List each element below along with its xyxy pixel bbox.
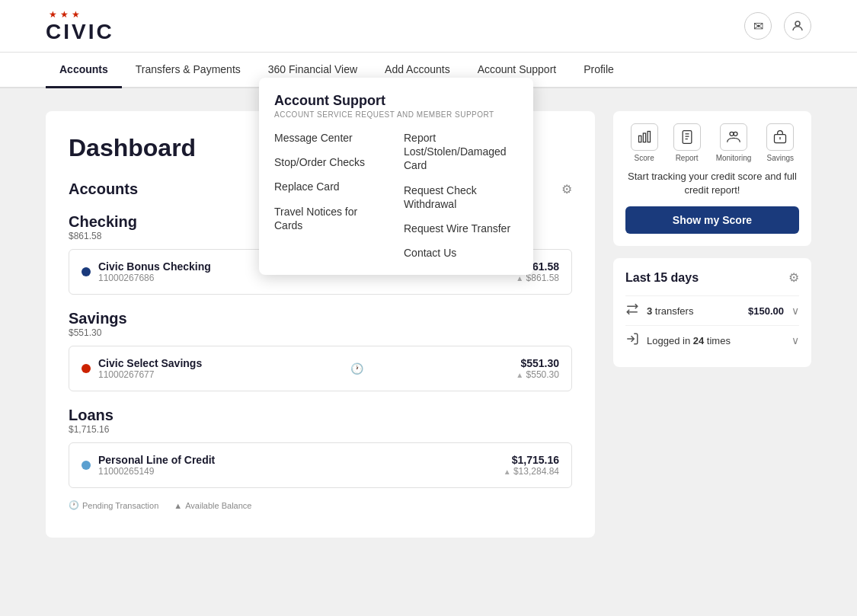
- checking-name: Civic Bonus Checking: [98, 260, 211, 273]
- nav-item-accounts[interactable]: Accounts: [46, 53, 122, 88]
- checking-number: 11000267686: [98, 273, 211, 283]
- accounts-settings-icon[interactable]: ⚙: [561, 182, 572, 196]
- loans-info: Personal Line of Credit 11000265149: [98, 454, 215, 477]
- savings-number: 11000267677: [98, 369, 202, 380]
- loans-section: Loans $1,715.16 Personal Line of Credit …: [69, 407, 572, 488]
- credit-icons: Score Report Monit: [625, 123, 799, 162]
- loans-dot: [82, 461, 91, 470]
- show-score-button[interactable]: Show my Score: [625, 206, 799, 234]
- logo: ★ ★ ★ CIVIC: [46, 9, 114, 43]
- svg-point-8: [730, 132, 734, 136]
- logo-text: CIVIC: [46, 21, 114, 43]
- transfers-chevron[interactable]: ∨: [791, 305, 799, 317]
- monitoring-icon-item: Monitoring: [716, 123, 752, 162]
- dropdown-item-check-withdrawal[interactable]: Request Check Withdrawal: [404, 184, 518, 211]
- monitoring-icon: [720, 123, 747, 151]
- svg-rect-3: [648, 132, 650, 142]
- last15-settings-icon[interactable]: ⚙: [788, 270, 799, 285]
- last15-card: Last 15 days ⚙ 3 transfers $150.00 ∨: [613, 258, 811, 367]
- credit-description: Start tracking your credit score and ful…: [625, 170, 799, 197]
- loans-total: $1,715.16: [69, 424, 572, 435]
- loans-balance: $1,715.16: [504, 454, 559, 466]
- loans-label: Loans: [69, 407, 572, 424]
- score-icon-item: Score: [631, 123, 658, 162]
- savings-balance: $551.30: [516, 357, 559, 369]
- user-icon-button[interactable]: [784, 12, 811, 40]
- dropdown-subtitle: Account Service Request and Member Suppo…: [274, 110, 518, 119]
- dropdown-item-travel-notices[interactable]: Travel Notices for Cards: [274, 205, 389, 232]
- savings-icon-item: Savings: [766, 123, 794, 162]
- mail-icon-button[interactable]: ✉: [744, 12, 772, 40]
- loans-account-card[interactable]: Personal Line of Credit 11000265149 $1,7…: [69, 442, 572, 488]
- svg-point-9: [734, 132, 737, 136]
- transfers-amount: $150.00: [748, 305, 784, 317]
- dropdown-right-col: Report Lost/Stolen/Damaged Card Request …: [404, 131, 518, 260]
- loans-number: 11000265149: [98, 466, 215, 477]
- loans-name: Personal Line of Credit: [98, 454, 215, 466]
- savings-account-left: Civic Select Savings 11000267677: [82, 357, 202, 380]
- dropdown-columns: Message Center Stop/Order Checks Replace…: [274, 131, 518, 260]
- star-icon-3: ★: [72, 9, 80, 20]
- checking-account-left: Civic Bonus Checking 11000267686: [82, 260, 211, 283]
- transfers-label: 3 transfers: [647, 305, 740, 317]
- svg-rect-2: [643, 133, 645, 142]
- savings-right: $551.30 ▲ $550.30: [516, 357, 559, 380]
- triangle-legend-icon: ▲: [174, 501, 182, 510]
- account-support-dropdown: Account Support Account Service Request …: [259, 78, 533, 275]
- available-legend: ▲ Available Balance: [174, 500, 251, 510]
- dropdown-item-stop-order[interactable]: Stop/Order Checks: [274, 155, 389, 169]
- score-label: Score: [635, 154, 654, 162]
- savings-label: Savings: [69, 310, 572, 327]
- report-icon: [673, 123, 701, 151]
- svg-rect-4: [683, 131, 692, 144]
- main-content: Dashboard Accounts ⚙ Checking $861.58 Ci…: [0, 88, 857, 560]
- savings-account-card[interactable]: Civic Select Savings 11000267677 🕐 $551.…: [69, 346, 572, 391]
- savings-name: Civic Select Savings: [98, 357, 202, 369]
- loans-available: ▲ $13,284.84: [504, 466, 559, 477]
- loans-account-left: Personal Line of Credit 11000265149: [82, 454, 215, 477]
- report-label: Report: [676, 154, 699, 162]
- logo-stars: ★ ★ ★: [49, 9, 80, 20]
- login-icon: [625, 332, 639, 349]
- svg-rect-1: [638, 136, 641, 142]
- checking-dot: [82, 267, 91, 276]
- star-icon-1: ★: [49, 9, 57, 20]
- dropdown-item-wire-transfer[interactable]: Request Wire Transfer: [404, 222, 518, 235]
- savings-middle: 🕐: [350, 362, 368, 375]
- loans-right: $1,715.16 ▲ $13,284.84: [504, 454, 559, 477]
- footer-legend: 🕐 Pending Transaction ▲ Available Balanc…: [69, 500, 572, 510]
- pending-legend: 🕐 Pending Transaction: [69, 500, 158, 510]
- last15-logins-row: Logged in 24 times ∨: [625, 325, 799, 355]
- last15-transfers-row: 3 transfers $150.00 ∨: [625, 295, 799, 325]
- star-icon-2: ★: [60, 9, 69, 20]
- header-icons: ✉: [744, 12, 811, 40]
- dropdown-item-message-center[interactable]: Message Center: [274, 131, 389, 145]
- savings-total: $551.30: [69, 327, 572, 338]
- score-icon: [631, 123, 658, 151]
- nav-item-transfers[interactable]: Transfers & Payments: [122, 53, 254, 88]
- clock-legend-icon: 🕐: [69, 500, 79, 510]
- transfers-icon: [625, 302, 639, 319]
- clock-icon: 🕐: [350, 362, 363, 375]
- nav-item-profile[interactable]: Profile: [570, 53, 628, 88]
- savings-section: Savings $551.30 Civic Select Savings 110…: [69, 310, 572, 391]
- dropdown-left-col: Message Center Stop/Order Checks Replace…: [274, 131, 389, 260]
- accounts-label: Accounts: [69, 180, 138, 198]
- savings-info: Civic Select Savings 11000267677: [98, 357, 202, 380]
- dropdown-item-replace-card[interactable]: Replace Card: [274, 180, 389, 193]
- right-panel: Score Report Monit: [613, 111, 811, 538]
- header: ★ ★ ★ CIVIC ✉: [0, 0, 857, 53]
- credit-score-card: Score Report Monit: [613, 111, 811, 246]
- last15-header: Last 15 days ⚙: [625, 270, 799, 285]
- logins-label: Logged in 24 times: [647, 335, 784, 346]
- dropdown-item-contact-us[interactable]: Contact Us: [404, 246, 518, 260]
- dropdown-item-report-lost[interactable]: Report Lost/Stolen/Damaged Card: [404, 131, 518, 173]
- savings-icon: [766, 123, 794, 151]
- svg-point-0: [795, 21, 800, 26]
- savings-dot: [82, 364, 91, 373]
- monitoring-label: Monitoring: [716, 154, 752, 162]
- checking-info: Civic Bonus Checking 11000267686: [98, 260, 211, 283]
- logins-chevron[interactable]: ∨: [791, 334, 799, 346]
- savings-label: Savings: [767, 154, 795, 162]
- report-icon-item: Report: [673, 123, 701, 162]
